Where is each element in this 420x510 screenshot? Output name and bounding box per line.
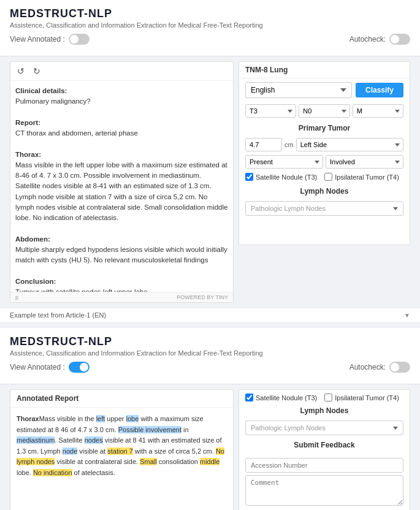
thorax-bold: Thorax (17, 415, 39, 422)
controls-row-1: View Annotated : Autocheck: (10, 34, 410, 45)
size-input-1[interactable] (245, 138, 282, 151)
editor-powered: POWERED BY TINY (177, 294, 228, 300)
abdomen-label: Abdomen: (15, 235, 50, 243)
view-annotated-toggle-1[interactable] (69, 34, 90, 45)
annotated-t2: upper (105, 415, 126, 422)
editor-panel-1: ↺ ↻ Clinical details: Pulmonary malignan… (10, 61, 234, 303)
view-annotated-label-1: View Annotated : (10, 35, 65, 44)
redo-button[interactable]: ↻ (31, 66, 42, 77)
chevron-down-icon-1: ▼ (404, 312, 410, 319)
ipsilateral-tumor-checkbox-1[interactable] (324, 173, 332, 181)
lymph-nodes-title-2: Lymph Nodes (239, 403, 410, 419)
autocheck-toggle-2[interactable] (389, 362, 410, 373)
abdomen-text: Multiple sharply edged hypodens lesions … (15, 245, 228, 266)
pathologic-lymph-select-2[interactable]: Pathologic Lymph Nodes (245, 421, 403, 435)
annotated-mediastinum: mediastinum (17, 436, 55, 444)
view-annotated-label-2: View Annotated : (10, 363, 65, 371)
annotated-t7: visible at (77, 447, 107, 455)
lymph-nodes-title-1: Lymph Nodes (239, 183, 410, 199)
size-row-1: cm Left Side Right Side (239, 136, 410, 153)
view-annotated-group-2: View Annotated : (10, 362, 90, 373)
annotated-left: left (96, 415, 105, 422)
ipsilateral-tumor-label-1[interactable]: Ipsilateral Tumor (T4) (324, 173, 399, 181)
thorax-label: Thorax: (15, 151, 41, 158)
app-subtitle-2: Assistence, Classification and Informati… (10, 349, 410, 357)
example-text-1: Example text from Article-1 (EN) (10, 311, 106, 319)
section2-header: MEDSTRUCT-NLP Assistence, Classification… (0, 328, 420, 384)
app-title-2: MEDSTRUCT-NLP (10, 335, 410, 348)
section-divider (0, 322, 420, 328)
annotated-t11: consolidation (157, 458, 200, 465)
clinical-details-label: Clinical details: (15, 87, 67, 94)
satellite-checkbox-row-1: Satellite Nodule (T3) Ipsilateral Tumor … (239, 170, 410, 183)
annotated-lymphnodes: lymph nodes (17, 458, 55, 465)
autocheck-toggle-1[interactable] (389, 34, 410, 45)
controls-row-2: View Annotated : Autocheck: (10, 362, 410, 373)
editor-content-1[interactable]: Clinical details: Pulmonary malignancy? … (10, 81, 233, 302)
autocheck-group-2: Autocheck: (349, 362, 410, 373)
accession-number-input[interactable] (245, 458, 403, 473)
present-involved-row-1: Present Involved (239, 153, 410, 170)
annotated-possible: Possible involvement (118, 426, 181, 433)
n-select-1[interactable]: N0 (299, 104, 349, 118)
report-label: Report: (15, 119, 40, 126)
t-select-1[interactable]: T3 (245, 104, 296, 118)
m-select-1[interactable]: M (353, 104, 403, 118)
annotated-t10: visible at contralateral side. (55, 458, 140, 465)
classify-row-1: English German Classify (239, 78, 410, 102)
present-select-1[interactable]: Present (245, 155, 323, 169)
conclusion-label: Conclusion: (15, 278, 56, 285)
side-select-1[interactable]: Left Side Right Side (296, 138, 403, 151)
annotated-nodes: nodes (85, 436, 103, 444)
annotated-header-2: Annotated Report (10, 390, 233, 408)
view-annotated-toggle-2[interactable] (69, 362, 90, 373)
feedback-section: TNM edited Report edited Submit (239, 453, 410, 510)
autocheck-label-2: Autocheck: (349, 363, 386, 371)
involved-select-1[interactable]: Involved (326, 155, 403, 169)
annotated-node: node (63, 447, 77, 455)
annotated-content-2: ThoraxMass visible in the left upper lob… (10, 408, 233, 510)
annotated-t8: with a size of circa 5,2 cm. (133, 447, 216, 455)
example-bar-1[interactable]: Example text from Article-1 (EN) ▼ (0, 308, 420, 322)
main-content-2: Annotated Report ThoraxMass visible in t… (0, 384, 420, 510)
undo-button[interactable]: ↺ (15, 66, 26, 77)
annotated-lobe: lobe (126, 415, 139, 422)
classify-button-1[interactable]: Classify (356, 83, 403, 97)
comment-textarea[interactable] (245, 475, 403, 506)
autocheck-label-1: Autocheck: (349, 35, 386, 44)
classification-panel-1: TNM-8 Lung English German Classify T3 N0… (239, 61, 410, 245)
submit-feedback-title: Submit Feedback (239, 437, 410, 453)
app-subtitle-1: Assistence, Classification and Informati… (10, 21, 410, 29)
satellite-nodule-label-1[interactable]: Satellite Nodule (T3) (245, 173, 317, 181)
annotated-no: No (216, 447, 224, 455)
annotated-small: Small (140, 458, 157, 465)
satellite-nodule-checkbox-1[interactable] (245, 173, 253, 181)
size-unit-1: cm (284, 141, 294, 148)
satellite-checkbox-row-2: Satellite Nodule (T3) Ipsilateral Tumor … (239, 390, 410, 403)
annotated-t4: in (181, 426, 189, 433)
satellite-nodule-checkbox-2[interactable] (245, 394, 253, 402)
thorax-text: Mass visible in the left upper lobe with… (15, 160, 228, 224)
editor-footer-1: p POWERED BY TINY (10, 292, 233, 302)
annotated-t1: Mass visible in the (39, 415, 96, 422)
annotated-t13: of atelectasis. (72, 469, 115, 476)
ipsilateral-tumor-label-2[interactable]: Ipsilateral Tumor (T4) (324, 394, 399, 402)
right-panel-2: Satellite Nodule (T3) Ipsilateral Tumor … (239, 389, 410, 510)
pathologic-lymph-select-1[interactable]: Pathologic Lymph Nodes (245, 201, 403, 216)
editor-cursor: p (15, 294, 18, 300)
annotated-panel-2: Annotated Report ThoraxMass visible in t… (10, 389, 234, 510)
satellite-nodule-label-2[interactable]: Satellite Nodule (T3) (245, 394, 317, 402)
feedback-checkbox-row: TNM edited Report edited (245, 508, 403, 510)
annotated-t12: lobe. (17, 469, 33, 476)
section1-header: MEDSTRUCT-NLP Assistence, Classification… (0, 0, 420, 56)
language-select-1[interactable]: English German (245, 82, 352, 98)
clinical-details-text: Pulmonary malignancy? (15, 96, 228, 107)
autocheck-group-1: Autocheck: (349, 34, 410, 45)
annotated-middle: middle (200, 458, 220, 465)
annotated-t5: . Satellite (55, 436, 84, 444)
main-content-1: ↺ ↻ Clinical details: Pulmonary malignan… (0, 56, 420, 308)
tnm-row-1: T3 N0 M (239, 102, 410, 120)
ipsilateral-tumor-checkbox-2[interactable] (324, 394, 332, 402)
annotated-no-indication: No indication (33, 469, 72, 476)
app-title-1: MEDSTRUCT-NLP (10, 7, 410, 20)
